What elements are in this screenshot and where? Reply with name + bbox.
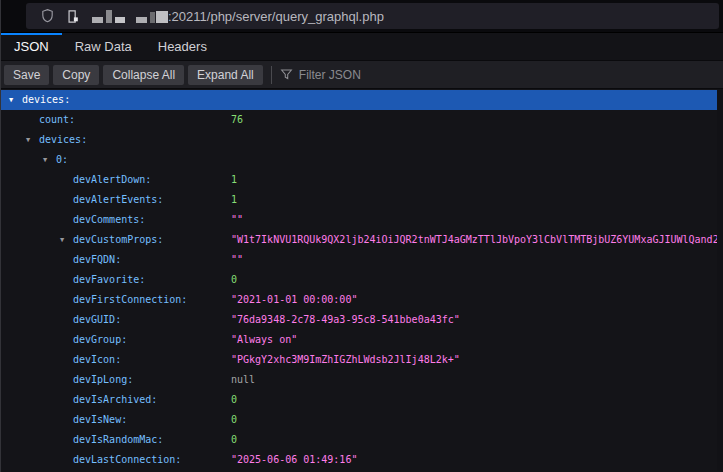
redacted-block — [106, 10, 112, 23]
json-value: 0 — [231, 430, 237, 450]
filter-icon — [280, 68, 293, 81]
json-row-devIpLong[interactable]: devIpLong:null — [1, 370, 723, 390]
tab-json-label: JSON — [14, 39, 49, 54]
json-row-0[interactable]: ▼0: — [1, 150, 723, 170]
json-value: "" — [231, 250, 243, 270]
json-row-devices[interactable]: ▼devices: — [1, 130, 723, 150]
redacted-host — [92, 9, 168, 23]
expand-all-button[interactable]: Expand All — [188, 65, 263, 85]
json-key: count: — [39, 114, 75, 125]
url-text[interactable]: :20211/php/server/query_graphql.php — [168, 9, 384, 24]
viewer-tab-bar: JSON Raw Data Headers — [1, 33, 723, 61]
save-button[interactable]: Save — [4, 65, 49, 85]
redacted-block — [150, 12, 155, 23]
json-value: 0 — [231, 410, 237, 430]
tab-json[interactable]: JSON — [1, 33, 62, 60]
json-key: devices: — [22, 94, 70, 105]
filter-area — [280, 68, 439, 82]
json-row-devIsArchived[interactable]: devIsArchived:0 — [1, 390, 723, 410]
redacted-block — [136, 17, 147, 23]
page-info-icon[interactable] — [60, 4, 86, 28]
tab-raw-data-label: Raw Data — [75, 39, 132, 54]
collapse-all-button[interactable]: Collapse All — [103, 65, 184, 85]
json-row-devGUID[interactable]: devGUID:"76da9348-2c78-49a3-95c8-541bbe0… — [1, 310, 723, 330]
redacted-block — [92, 17, 103, 23]
json-row-count[interactable]: count:76 — [1, 110, 723, 130]
json-key: devFavorite: — [73, 274, 145, 285]
scrollbar-track[interactable] — [717, 89, 723, 471]
json-key: devGroup: — [73, 334, 127, 345]
json-value: "PGkgY2xhc3M9ImZhIGZhLWdsb2JlIj48L2k+" — [231, 350, 460, 370]
filter-json-input[interactable] — [299, 68, 439, 82]
json-row-devIsNew[interactable]: devIsNew:0 — [1, 410, 723, 430]
expander-icon[interactable]: ▼ — [9, 90, 22, 110]
json-row-devAlertEvents[interactable]: devAlertEvents:1 — [1, 190, 723, 210]
tab-headers[interactable]: Headers — [145, 33, 220, 60]
json-value: "Always on" — [231, 330, 297, 350]
json-value: "W1t7IkNVU1RQUk9QX2ljb24iOiJQR2tnWTJ4aGM… — [231, 230, 719, 250]
json-row-devIsRandomMac[interactable]: devIsRandomMac:0 — [1, 430, 723, 450]
json-value: "" — [231, 210, 243, 230]
expander-icon[interactable]: ▼ — [60, 230, 73, 250]
json-row-devIcon[interactable]: devIcon:"PGkgY2xhc3M9ImZhIGZhLWdsb2JlIj4… — [1, 350, 723, 370]
json-row-devAlertDown[interactable]: devAlertDown:1 — [1, 170, 723, 190]
json-row-devComments[interactable]: devComments:"" — [1, 210, 723, 230]
json-key: devIcon: — [73, 354, 121, 365]
json-key: devGUID: — [73, 314, 121, 325]
json-row-devFirstConnection[interactable]: devFirstConnection:"2021-01-01 00:00:00" — [1, 290, 723, 310]
json-key: devIsArchived: — [73, 394, 157, 405]
json-value: "2025-06-06 01:49:16" — [231, 450, 357, 470]
json-tree: ▼devices:count:76▼devices:▼0:devAlertDow… — [1, 89, 723, 471]
json-key: devCustomProps: — [73, 234, 163, 245]
redacted-block — [115, 17, 125, 23]
json-key: devFQDN: — [73, 254, 121, 265]
json-value: null — [231, 370, 255, 390]
json-value: "76da9348-2c78-49a3-95c8-541bbe0a43fc" — [231, 310, 460, 330]
json-key: devAlertDown: — [73, 174, 151, 185]
tab-headers-label: Headers — [158, 39, 207, 54]
json-key: devIsRandomMac: — [73, 434, 163, 445]
toolbar-separator — [271, 66, 272, 84]
json-value: 1 — [231, 190, 237, 210]
json-row-devices[interactable]: ▼devices: — [1, 90, 723, 110]
tab-raw-data[interactable]: Raw Data — [62, 33, 145, 60]
json-value: 0 — [231, 390, 237, 410]
copy-button[interactable]: Copy — [53, 65, 99, 85]
json-key: devIsNew: — [73, 414, 127, 425]
json-key: 0: — [56, 154, 68, 165]
json-key: devLastConnection: — [73, 454, 181, 465]
browser-chrome: :20211/php/server/query_graphql.php — [1, 0, 723, 33]
shield-icon[interactable] — [34, 4, 60, 28]
json-toolbar: Save Copy Collapse All Expand All — [1, 61, 723, 89]
url-bar[interactable]: :20211/php/server/query_graphql.php — [26, 3, 719, 29]
json-key: devices: — [39, 134, 87, 145]
json-row-devFavorite[interactable]: devFavorite:0 — [1, 270, 723, 290]
json-value: "2021-01-01 00:00:00" — [231, 290, 357, 310]
json-row-devFQDN[interactable]: devFQDN:"" — [1, 250, 723, 270]
json-key: devIpLong: — [73, 374, 133, 385]
json-key: devComments: — [73, 214, 145, 225]
redacted-block — [156, 11, 168, 23]
json-value: 76 — [231, 110, 243, 130]
json-row-devLastConnection[interactable]: devLastConnection:"2025-06-06 01:49:16" — [1, 450, 723, 470]
json-value: 0 — [231, 270, 237, 290]
json-row-devCustomProps[interactable]: ▼devCustomProps:"W1t7IkNVU1RQUk9QX2ljb24… — [1, 230, 723, 250]
expander-icon[interactable]: ▼ — [26, 130, 39, 150]
json-value: 1 — [231, 170, 237, 190]
json-key: devFirstConnection: — [73, 294, 187, 305]
json-row-devGroup[interactable]: devGroup:"Always on" — [1, 330, 723, 350]
expander-icon[interactable]: ▼ — [43, 150, 56, 170]
json-key: devAlertEvents: — [73, 194, 163, 205]
